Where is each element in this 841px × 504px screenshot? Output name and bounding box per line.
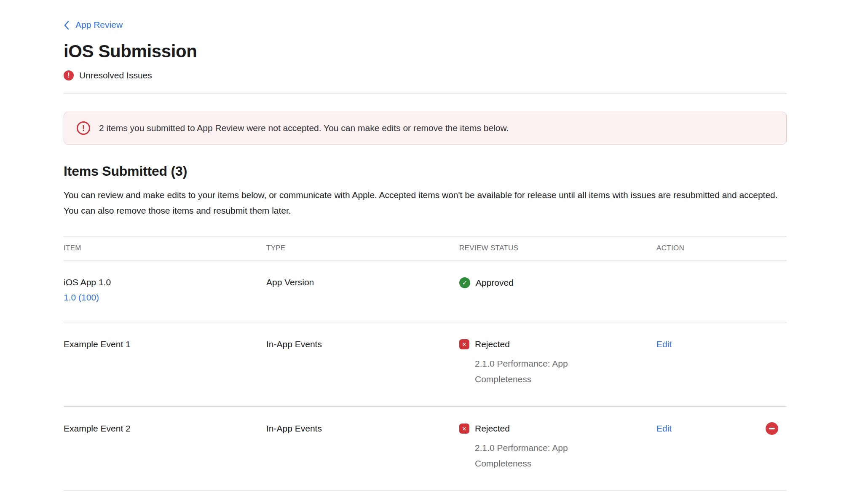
edit-link[interactable]: Edit	[656, 339, 672, 349]
status-label: Approved	[476, 278, 514, 288]
type-cell: App Version	[266, 277, 459, 303]
status-label: Rejected	[475, 424, 510, 434]
action-cell: Edit	[656, 339, 787, 387]
minus-icon	[769, 428, 775, 429]
table-row: Example Event 2 In-App Events ✕ Rejected…	[64, 407, 787, 491]
item-name: Example Event 1	[64, 339, 266, 349]
table-row: Example Event 1 In-App Events ✕ Rejected…	[64, 322, 787, 407]
status-cell: ✓ Approved	[459, 277, 656, 303]
item-cell: iOS App 1.0 1.0 (100)	[64, 277, 266, 303]
x-square-icon: ✕	[459, 339, 469, 349]
breadcrumb-label: App Review	[75, 20, 123, 30]
status-line: ✕ Rejected	[459, 339, 656, 349]
status-badge: ! Unresolved Issues	[64, 70, 787, 80]
chevron-left-icon	[64, 20, 69, 30]
remove-item-button[interactable]	[766, 422, 778, 435]
alert-message: 2 items you submitted to App Review were…	[99, 123, 509, 133]
item-cell: Example Event 2	[64, 424, 266, 471]
item-name: Example Event 2	[64, 424, 266, 434]
column-header-item: ITEM	[64, 244, 266, 252]
status-label: Rejected	[475, 339, 510, 349]
breadcrumb-app-review[interactable]: App Review	[64, 20, 123, 30]
section-description: You can review and make edits to your it…	[64, 187, 787, 218]
error-circle-icon: !	[64, 70, 74, 80]
page-content: App Review iOS Submission ! Unresolved I…	[0, 0, 841, 491]
type-cell: In-App Events	[266, 424, 459, 471]
table-header-row: ITEM TYPE REVIEW STATUS ACTION	[64, 236, 787, 260]
alert-outline-icon: !	[77, 121, 90, 135]
section-heading: Items Submitted (3)	[64, 164, 787, 179]
action-cell: Edit	[656, 424, 787, 471]
status-line: ✕ Rejected	[459, 424, 656, 434]
item-cell: Example Event 1	[64, 339, 266, 387]
column-header-review-status: REVIEW STATUS	[459, 244, 656, 252]
x-square-icon: ✕	[459, 424, 469, 434]
items-table: ITEM TYPE REVIEW STATUS ACTION iOS App 1…	[64, 236, 787, 491]
check-circle-icon: ✓	[459, 277, 470, 288]
build-version-link[interactable]: 1.0 (100)	[64, 292, 99, 303]
item-name: iOS App 1.0	[64, 277, 266, 287]
type-cell: In-App Events	[266, 339, 459, 387]
table-row: iOS App 1.0 1.0 (100) App Version ✓ Appr…	[64, 260, 787, 322]
status-line: ✓ Approved	[459, 277, 656, 288]
rejection-reason: 2.1.0 Performance: App Completeness	[475, 440, 584, 471]
alert-banner: ! 2 items you submitted to App Review we…	[64, 112, 787, 145]
rejection-reason: 2.1.0 Performance: App Completeness	[475, 356, 584, 387]
column-header-type: TYPE	[266, 244, 459, 252]
edit-link[interactable]: Edit	[656, 424, 672, 434]
page-title: iOS Submission	[64, 41, 787, 62]
column-header-action: ACTION	[656, 244, 787, 252]
status-cell: ✕ Rejected 2.1.0 Performance: App Comple…	[459, 339, 656, 387]
header-divider	[64, 94, 787, 94]
action-cell	[656, 277, 787, 303]
status-badge-label: Unresolved Issues	[79, 70, 152, 80]
status-cell: ✕ Rejected 2.1.0 Performance: App Comple…	[459, 424, 656, 471]
